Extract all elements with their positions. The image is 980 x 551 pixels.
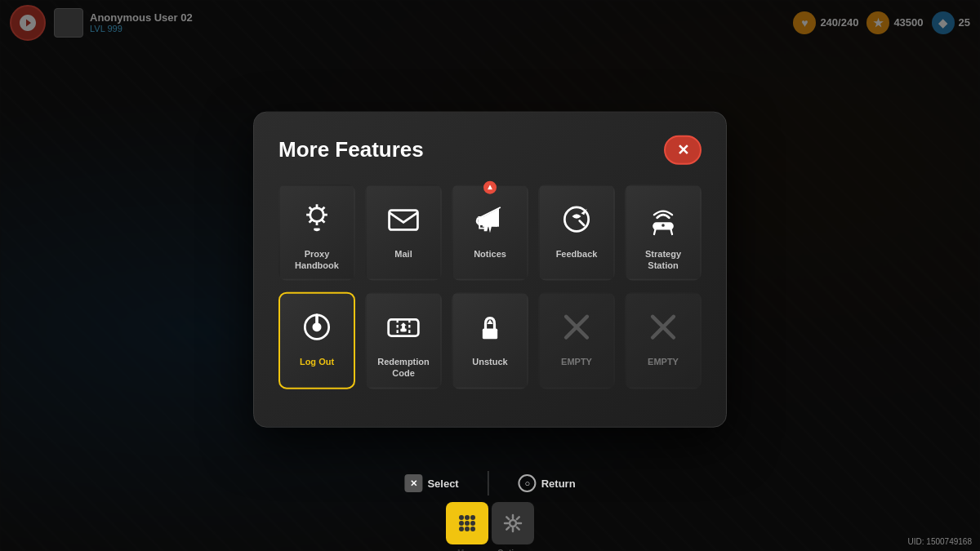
control-hints: ✕ Select ○ Return xyxy=(404,471,575,495)
svg-point-25 xyxy=(459,521,464,526)
more-features-modal: More Features ✕ xyxy=(253,111,727,427)
strategy-station-label: StrategyStation xyxy=(645,247,681,271)
close-button[interactable]: ✕ xyxy=(664,135,702,164)
empty-slot-1-button: EMPTY xyxy=(538,292,615,389)
unstuck-icon xyxy=(470,307,510,348)
log-out-button[interactable]: Log Out xyxy=(278,292,355,389)
svg-point-29 xyxy=(465,527,470,531)
uid-display: UID: 1500749168 xyxy=(908,537,972,546)
svg-point-6 xyxy=(662,224,665,227)
options-tab[interactable]: Options xyxy=(492,502,534,544)
hint-separator xyxy=(488,471,489,495)
empty-2-label: EMPTY xyxy=(648,356,679,367)
svg-rect-15 xyxy=(400,329,406,332)
svg-point-23 xyxy=(465,515,470,520)
select-key-icon: ✕ xyxy=(404,474,422,492)
redemption-icon xyxy=(383,307,424,348)
empty-1-label: EMPTY xyxy=(561,356,592,367)
mail-label: Mail xyxy=(394,247,412,259)
select-hint-label: Select xyxy=(427,478,458,490)
proxy-handbook-label: ProxyHandbook xyxy=(295,247,339,271)
svg-point-0 xyxy=(310,207,324,221)
proxy-handbook-icon xyxy=(296,198,337,239)
svg-point-24 xyxy=(470,515,475,520)
logout-icon xyxy=(296,307,337,348)
svg-point-28 xyxy=(459,527,464,531)
notices-icon xyxy=(470,198,510,239)
svg-point-30 xyxy=(470,527,475,531)
return-key-icon: ○ xyxy=(519,474,537,492)
unstuck-label: Unstuck xyxy=(472,356,507,367)
return-hint-label: Return xyxy=(541,478,576,490)
notices-label: Notices xyxy=(474,247,506,259)
strategy-station-button[interactable]: StrategyStation xyxy=(625,184,702,281)
mail-icon xyxy=(383,198,424,239)
proxy-handbook-button[interactable]: ProxyHandbook xyxy=(278,184,355,281)
empty-1-icon xyxy=(556,307,597,348)
notices-notification-badge xyxy=(483,180,497,193)
svg-rect-1 xyxy=(314,228,319,230)
modal-title: More Features xyxy=(278,137,424,162)
features-row-1: ProxyHandbook Mail xyxy=(278,184,702,281)
feedback-label: Feedback xyxy=(556,247,598,259)
bottom-tabs: More Options xyxy=(446,502,534,544)
modal-header: More Features ✕ xyxy=(278,135,702,164)
feedback-icon xyxy=(556,198,597,239)
svg-point-27 xyxy=(470,521,475,526)
redemption-label: RedemptionCode xyxy=(377,356,430,380)
features-row-2: Log Out RedemptionCode xyxy=(278,292,702,389)
svg-rect-2 xyxy=(390,210,418,229)
unstuck-button[interactable]: Unstuck xyxy=(452,292,528,389)
more-tab[interactable]: More xyxy=(446,502,488,544)
logout-label: Log Out xyxy=(300,356,334,367)
redemption-code-button[interactable]: RedemptionCode xyxy=(365,292,442,389)
svg-point-22 xyxy=(459,515,464,520)
notices-button[interactable]: Notices xyxy=(452,184,528,281)
svg-rect-16 xyxy=(483,329,497,340)
mail-button[interactable]: Mail xyxy=(365,184,442,281)
svg-line-4 xyxy=(580,220,585,225)
svg-point-26 xyxy=(465,521,470,526)
feedback-button[interactable]: Feedback xyxy=(538,184,615,281)
svg-point-31 xyxy=(510,520,516,527)
select-hint: ✕ Select xyxy=(404,474,458,492)
strategy-station-icon xyxy=(643,198,684,239)
return-hint: ○ Return xyxy=(519,474,576,492)
empty-slot-2-button: EMPTY xyxy=(625,292,702,389)
empty-2-icon xyxy=(643,307,684,348)
